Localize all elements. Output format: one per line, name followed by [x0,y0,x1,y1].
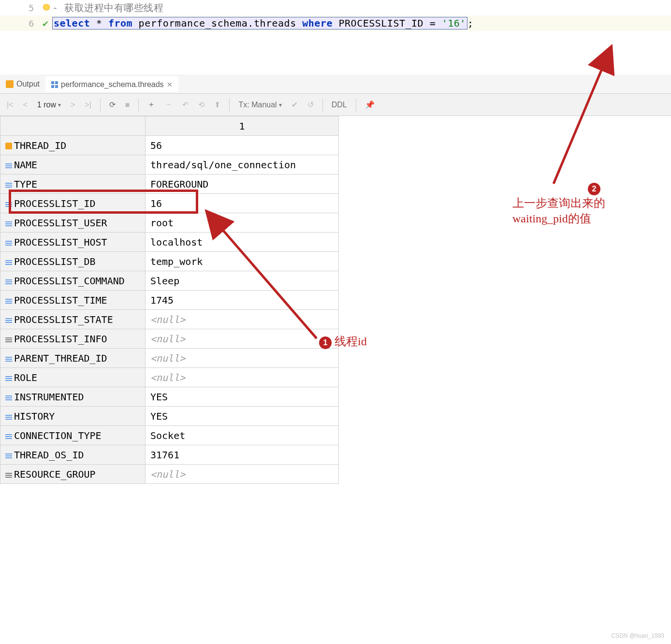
field-value-cell[interactable]: FOREGROUND [146,175,339,194]
table-row[interactable]: PROCESSLIST_USERroot [0,213,339,233]
table-row[interactable]: THREAD_ID56 [0,136,339,155]
field-value-cell[interactable]: Sleep [146,271,339,291]
tab-output-label: Output [16,80,40,88]
table-row[interactable]: PROCESSLIST_INFO<null> [0,329,339,349]
field-name: RESOURCE_GROUP [14,468,96,480]
separator [356,99,356,111]
field-value-cell[interactable]: <null> [146,329,339,349]
field-value-cell[interactable]: <null> [146,465,339,484]
field-name-cell[interactable]: RESOURCE_GROUP [0,465,146,484]
field-name: THREAD_OS_ID [14,449,84,461]
table-row[interactable]: PARENT_THREAD_ID<null> [0,349,339,368]
field-value-cell[interactable]: <null> [146,349,339,368]
table-row[interactable]: PROCESSLIST_TIME1745 [0,291,339,310]
add-row-button[interactable]: ＋ [145,98,158,112]
field-name: PROCESSLIST_USER [14,217,107,229]
field-value-cell[interactable]: 56 [146,136,339,155]
table-row[interactable]: CONNECTION_TYPESocket [0,426,339,445]
field-name-cell[interactable]: THREAD_ID [0,136,146,155]
editor-line-5[interactable]: 5 - 获取进程中有哪些线程 [0,0,671,15]
field-name-cell[interactable]: NAME [0,155,146,175]
table-row[interactable]: PROCESSLIST_STATE<null> [0,310,339,329]
nav-prev-button[interactable]: < [20,99,30,111]
tab-threads[interactable]: performance_schema.threads ✕ [45,76,178,92]
field-name-cell[interactable]: INSTRUMENTED [0,387,146,407]
table-row[interactable]: RESOURCE_GROUP<null> [0,465,339,484]
sql-editor[interactable]: 5 - 获取进程中有哪些线程 6 ✔ select * from perform… [0,0,671,31]
editor-line-6[interactable]: 6 ✔ select * from performance_schema.thr… [0,15,671,31]
field-name: PROCESSLIST_STATE [14,314,113,325]
column-type-icon [5,143,12,149]
table-row[interactable]: PROCESSLIST_ID16 [0,194,339,213]
field-name: PROCESSLIST_TIME [14,294,107,306]
tx-rollback-button[interactable]: ↺ [305,98,317,111]
column-type-icon [5,297,12,304]
table-row[interactable]: TYPEFOREGROUND [0,175,339,194]
column-type-icon [5,259,12,265]
nav-last-button[interactable]: >| [82,99,94,111]
field-value-cell[interactable]: temp_work [146,252,339,271]
field-value-cell[interactable]: 1745 [146,291,339,310]
nav-first-button[interactable]: |< [4,99,16,111]
field-value-cell[interactable]: YES [146,407,339,426]
field-name: HISTORY [14,410,55,422]
table-row[interactable]: NAMEthread/sql/one_connection [0,155,339,175]
field-name-cell[interactable]: ROLE [0,368,146,387]
table-row[interactable]: THREAD_OS_ID31761 [0,445,339,465]
table-row: 1 [0,117,339,136]
field-name-cell[interactable]: PROCESSLIST_INFO [0,329,146,349]
field-name-cell[interactable]: PROCESSLIST_USER [0,213,146,233]
field-value-cell[interactable]: <null> [146,310,339,329]
tx-commit-button[interactable]: ✔ [289,98,301,111]
row-count-dropdown[interactable]: 1 row ▾ [34,99,64,111]
column-type-icon [5,162,12,169]
table-row[interactable]: PROCESSLIST_HOSTlocalhost [0,233,339,252]
commit-button[interactable]: ⬆ [211,98,223,111]
table-row[interactable]: PROCESSLIST_DBtemp_work [0,252,339,271]
stop-button[interactable]: ■ [122,99,133,111]
field-name-cell[interactable]: THREAD_OS_ID [0,445,146,465]
watermark: CSDN @huan_1993 [611,632,664,639]
field-value-cell[interactable]: root [146,213,339,233]
table-row[interactable]: ROLE<null> [0,368,339,387]
field-name-cell[interactable]: PARENT_THREAD_ID [0,349,146,368]
revert-button[interactable]: ↶ [179,98,191,111]
field-value-cell[interactable]: 31761 [146,445,339,465]
field-name: INSTRUMENTED [14,391,84,403]
sql-statement[interactable]: select * from performance_schema.threads… [52,17,467,29]
table-row[interactable]: HISTORYYES [0,407,339,426]
tab-output[interactable]: Output [0,77,45,91]
field-value-cell[interactable]: 16 [146,194,339,213]
field-name-cell[interactable]: HISTORY [0,407,146,426]
nav-next-button[interactable]: > [68,99,78,111]
table-row[interactable]: INSTRUMENTEDYES [0,387,339,407]
tx-mode-dropdown[interactable]: Tx: Manual ▾ [235,99,284,111]
preview-button[interactable]: ⟲ [195,98,207,111]
field-value-cell[interactable]: <null> [146,368,339,387]
field-name: PROCESSLIST_COMMAND [14,275,125,287]
gutter-hint-icon[interactable] [39,4,52,12]
reload-button[interactable]: ⟳ [106,98,118,111]
ddl-button[interactable]: DDL [329,99,350,111]
field-name-cell[interactable]: CONNECTION_TYPE [0,426,146,445]
column-header[interactable]: 1 [146,117,339,136]
pin-button[interactable]: 📌 [362,98,378,111]
result-grid[interactable]: 1 THREAD_ID56NAMEthread/sql/one_connecti… [0,116,671,484]
result-table[interactable]: 1 THREAD_ID56NAMEthread/sql/one_connecti… [0,116,339,484]
field-value-cell[interactable]: Socket [146,426,339,445]
remove-row-button[interactable]: － [162,98,175,112]
field-name-cell[interactable]: PROCESSLIST_DB [0,252,146,271]
gutter-status-icon: ✔ [39,17,52,29]
field-name-cell[interactable]: TYPE [0,175,146,194]
field-name-cell[interactable]: PROCESSLIST_TIME [0,291,146,310]
field-name-cell[interactable]: PROCESSLIST_HOST [0,233,146,252]
table-row[interactable]: PROCESSLIST_COMMANDSleep [0,271,339,291]
field-value-cell[interactable]: thread/sql/one_connection [146,155,339,175]
field-value-cell[interactable]: localhost [146,233,339,252]
close-icon[interactable]: ✕ [167,81,173,88]
field-name-cell[interactable]: PROCESSLIST_STATE [0,310,146,329]
field-value-cell[interactable]: YES [146,387,339,407]
column-type-icon [5,317,12,323]
field-name-cell[interactable]: PROCESSLIST_COMMAND [0,271,146,291]
field-name-cell[interactable]: PROCESSLIST_ID [0,194,146,213]
